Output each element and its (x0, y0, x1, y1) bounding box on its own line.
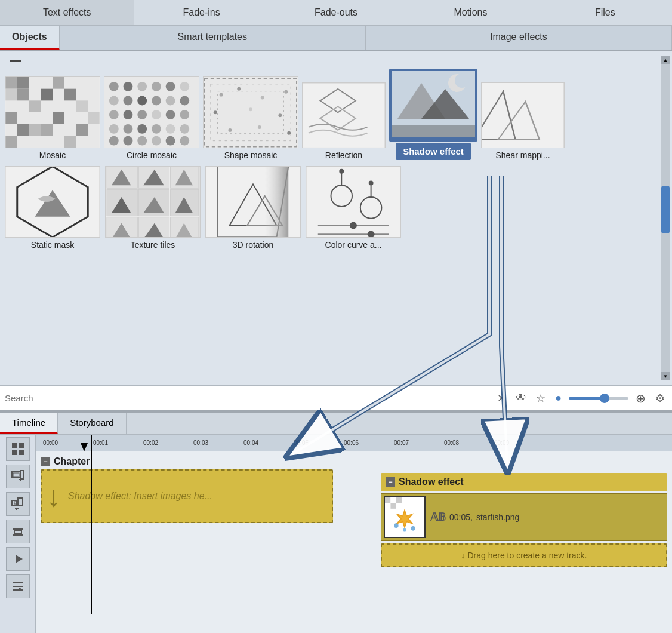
svg-point-25 (180, 82, 189, 91)
svg-rect-3 (5, 89, 17, 101)
svg-point-144 (394, 523, 399, 528)
tool-grid-icon[interactable] (6, 437, 30, 461)
svg-rect-17 (5, 136, 17, 148)
svg-rect-18 (17, 124, 29, 136)
tool-add-audio-icon[interactable] (6, 492, 30, 516)
svg-rect-11 (29, 124, 41, 136)
effect-label-color-curve: Color curve a... (325, 240, 382, 250)
svg-rect-15 (64, 136, 76, 148)
svg-rect-137 (385, 497, 390, 503)
favorites-icon[interactable]: ☆ (534, 391, 548, 406)
chapter-drop-arrow: ↓ (47, 480, 61, 513)
tab-objects[interactable]: Objects (0, 26, 60, 50)
tab-storyboard[interactable]: Storyboard (58, 413, 126, 434)
shadow-effect-header: − Shadow effect (381, 473, 667, 491)
zoom-slider[interactable] (569, 397, 628, 400)
tab-timeline[interactable]: Timeline (0, 413, 58, 434)
tab-text-effects[interactable]: Text effects (0, 0, 134, 25)
timeline-body: 00:00 00:01 00:02 00:03 00:04 00:05 00:0… (0, 435, 672, 633)
effect-label-texture-tiles: Texture tiles (131, 240, 175, 250)
shadow-effect-track: 𝔸𝔹 00:05, starfish.png (381, 493, 667, 541)
tool-add-video-icon[interactable] (6, 465, 30, 488)
svg-point-29 (152, 96, 161, 105)
effect-circle-mosaic[interactable]: Circle mosaic (104, 76, 199, 160)
svg-point-42 (166, 124, 175, 134)
svg-rect-16 (88, 112, 100, 124)
chapter-header: − Chapter (41, 456, 667, 467)
effect-shadow-effect[interactable]: Shadow effect (389, 69, 477, 160)
search-input[interactable] (5, 393, 490, 403)
tab-motions[interactable]: Motions (403, 0, 538, 25)
effect-mosaic[interactable]: Mosaic (5, 76, 100, 160)
effect-color-curve[interactable]: Color curve a... (306, 166, 401, 250)
svg-point-36 (166, 110, 175, 119)
tab-image-effects[interactable]: Image effects (366, 26, 672, 50)
svg-point-23 (152, 82, 161, 91)
svg-marker-131 (16, 555, 23, 563)
tab-smart-templates[interactable]: Smart templates (60, 26, 366, 50)
scroll-up-button[interactable]: ▲ (661, 56, 670, 64)
svg-point-106 (339, 169, 344, 174)
svg-rect-129 (14, 530, 21, 534)
tool-align-icon[interactable] (6, 520, 30, 543)
effects-scrollbar[interactable]: ▲ ▼ (661, 56, 670, 380)
svg-rect-1 (5, 77, 17, 89)
timeline-ruler: 00:00 00:01 00:02 00:03 00:04 00:05 00:0… (36, 435, 672, 451)
effect-shear-mapping[interactable]: Shear mappi... (481, 82, 565, 160)
svg-point-57 (284, 90, 288, 93)
shadow-effect-title: Shadow effect (399, 477, 463, 487)
svg-point-28 (137, 96, 147, 105)
svg-point-71 (455, 73, 469, 88)
clear-search-icon[interactable]: ✕ (495, 391, 508, 406)
svg-point-37 (180, 110, 189, 119)
effects-row-2: Static mask (5, 166, 667, 250)
effect-texture-tiles[interactable]: Texture tiles (105, 166, 201, 250)
svg-marker-135 (19, 588, 23, 591)
svg-point-32 (109, 110, 119, 119)
effect-thumb-texture-tiles (105, 166, 201, 238)
svg-point-54 (220, 93, 223, 96)
ruler-mark-2: 00:02 (143, 440, 193, 446)
scroll-thumb[interactable] (661, 186, 670, 233)
svg-rect-114 (12, 443, 17, 448)
playhead-line (91, 435, 92, 614)
svg-point-38 (109, 124, 119, 134)
effect-thumb-mosaic (5, 76, 100, 148)
svg-point-34 (137, 110, 147, 119)
ruler-mark-5: 00:05 (294, 440, 344, 446)
scroll-down-button[interactable]: ▼ (661, 372, 670, 380)
ruler-mark-9: 00:09 (494, 440, 544, 446)
effect-reflection[interactable]: Reflection (302, 82, 386, 160)
tool-align2-icon[interactable] (6, 574, 30, 598)
shadow-effect-collapse-button[interactable]: − (386, 477, 395, 487)
svg-point-145 (411, 526, 415, 531)
svg-rect-72 (392, 125, 475, 137)
svg-point-31 (180, 96, 189, 105)
zoom-plus-icon[interactable]: ⊕ (633, 390, 648, 407)
file-time: 00:05, (449, 512, 473, 522)
tool-play-icon[interactable] (6, 547, 30, 571)
svg-rect-7 (53, 77, 64, 89)
effect-shape-mosaic[interactable]: Shape mosaic (203, 76, 298, 160)
svg-rect-119 (13, 473, 19, 477)
effect-thumb-reflection (302, 82, 386, 148)
svg-point-60 (278, 113, 282, 117)
shadow-file-info: 𝔸𝔹 00:05, starfish.png (430, 511, 519, 524)
chapter-collapse-button[interactable]: − (41, 457, 50, 466)
chapter-track-text: Shadow effect: Insert images he... (68, 491, 212, 502)
tab-files[interactable]: Files (538, 0, 672, 25)
tab-fade-ins[interactable]: Fade-ins (134, 0, 269, 25)
svg-rect-9 (76, 100, 88, 112)
svg-point-46 (137, 136, 147, 146)
drag-new-track[interactable]: ↓ Drag here to create a new track. (381, 543, 667, 567)
effect-label-mosaic: Mosaic (39, 150, 66, 160)
settings-icon[interactable]: ⚙ (653, 391, 667, 406)
effect-3d-rotation[interactable]: 3D rotation (205, 166, 301, 250)
svg-point-55 (237, 87, 241, 91)
svg-rect-115 (19, 443, 24, 448)
tab-fade-outs[interactable]: Fade-outs (269, 0, 403, 25)
zoom-minus-icon[interactable]: ● (553, 391, 564, 405)
effect-static-mask[interactable]: Static mask (5, 166, 100, 250)
svg-rect-14 (41, 124, 53, 136)
visibility-icon[interactable]: 👁 (513, 391, 529, 405)
